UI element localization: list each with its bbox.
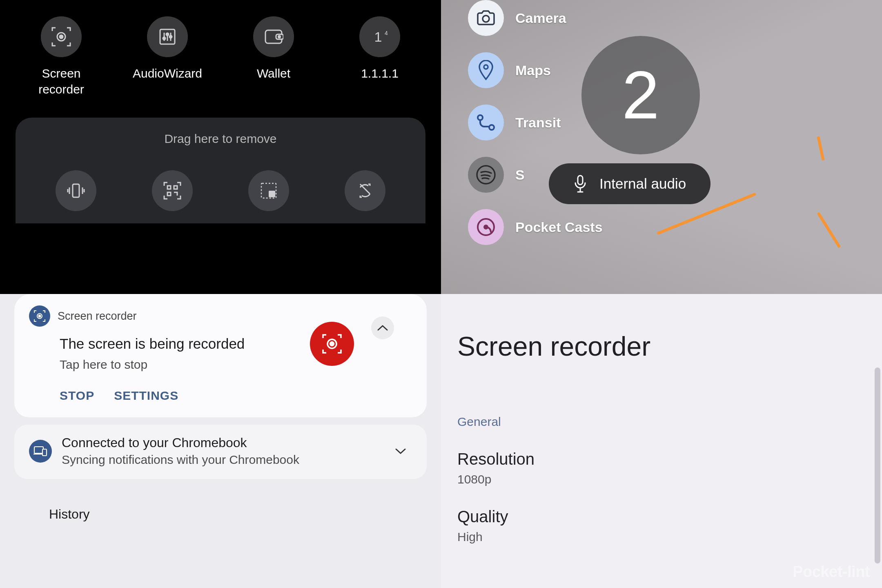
app-label: Pocket Casts: [515, 219, 603, 235]
svg-point-23: [484, 225, 488, 229]
svg-point-20: [489, 125, 494, 130]
notification-subtitle: Tap here to stop: [60, 358, 412, 372]
wallet-icon[interactable]: [253, 16, 294, 57]
svg-point-5: [169, 36, 172, 38]
qs-active-row: Screen recorder AudioWizard Wallet 14 1.…: [8, 16, 433, 97]
svg-point-18: [484, 65, 488, 69]
app-label: Maps: [515, 62, 551, 78]
settings-button[interactable]: SETTINGS: [114, 389, 178, 403]
expand-button[interactable]: [389, 440, 412, 463]
recorder-app-icon: [29, 305, 50, 327]
qs-label: 1.1.1.1: [361, 65, 399, 81]
qs-label: Wallet: [257, 65, 290, 81]
app-label: S: [515, 167, 525, 183]
spotify-icon: [468, 157, 504, 193]
record-frame-icon[interactable]: [41, 16, 82, 57]
countdown-badge: 2: [581, 36, 700, 154]
app-pocket-casts[interactable]: Pocket Casts: [468, 209, 603, 245]
app-drawer-list[interactable]: Camera Maps Transit S Pocket Casts: [468, 0, 603, 245]
app-label: Transit: [515, 115, 561, 131]
audio-source-label: Internal audio: [599, 176, 686, 192]
svg-rect-14: [167, 192, 171, 196]
svg-point-3: [163, 37, 165, 40]
svg-point-17: [483, 16, 489, 22]
notification-title: Connected to your Chromebook: [62, 435, 379, 450]
history-link[interactable]: History: [49, 507, 441, 522]
rotate-icon[interactable]: [345, 170, 385, 211]
pin-icon: [468, 52, 504, 88]
devices-icon: [29, 440, 52, 463]
microphone-icon: [573, 175, 587, 193]
setting-quality[interactable]: Quality High: [457, 508, 853, 544]
collapse-button[interactable]: [371, 316, 394, 339]
svg-point-28: [330, 342, 334, 346]
record-button[interactable]: [310, 322, 354, 366]
qr-icon[interactable]: [152, 170, 193, 211]
app-label: Camera: [515, 10, 566, 26]
svg-point-1: [60, 35, 63, 38]
notification-subtitle: Syncing notifications with your Chromebo…: [62, 453, 379, 467]
setting-label: Quality: [457, 508, 853, 526]
qs-tile-screen-recorder[interactable]: Screen recorder: [27, 16, 96, 97]
podcast-icon: [468, 209, 504, 245]
qs-label: Screen recorder: [27, 65, 96, 97]
svg-rect-24: [578, 176, 583, 185]
recording-notification[interactable]: Screen recorder The screen is being reco…: [14, 294, 427, 417]
qs-label: AudioWizard: [133, 65, 202, 81]
svg-rect-16: [269, 191, 275, 197]
setting-label: Resolution: [457, 450, 853, 468]
notification-app-name: Screen recorder: [58, 310, 137, 323]
setting-value: 1080p: [457, 472, 853, 486]
notification-title: The screen is being recorded: [60, 336, 412, 352]
quick-settings-editor: Screen recorder AudioWizard Wallet 14 1.…: [0, 0, 441, 294]
recorder-countdown-overlay: Camera Maps Transit S Pocket Casts: [441, 0, 882, 294]
qs-drop-zone[interactable]: Drag here to remove: [16, 118, 425, 223]
svg-rect-30: [42, 449, 47, 456]
app-transit[interactable]: Transit: [468, 105, 603, 140]
select-icon[interactable]: [248, 170, 289, 211]
svg-point-4: [166, 33, 169, 36]
recorder-settings-page: Screen recorder General Resolution 1080p…: [441, 294, 882, 588]
route-icon: [468, 105, 504, 140]
svg-rect-13: [174, 186, 177, 189]
audio-source-pill[interactable]: Internal audio: [549, 163, 710, 204]
qs-inactive-row: [28, 170, 413, 211]
app-camera[interactable]: Camera: [468, 0, 603, 36]
svg-point-26: [39, 315, 41, 317]
setting-resolution[interactable]: Resolution 1080p: [457, 450, 853, 486]
equalizer-icon[interactable]: [147, 16, 188, 57]
qs-drop-label: Drag here to remove: [28, 132, 413, 146]
svg-text:4: 4: [385, 30, 388, 36]
vibrate-icon[interactable]: [56, 170, 96, 211]
one-four-icon[interactable]: 14: [359, 16, 400, 57]
qs-tile-wallet[interactable]: Wallet: [239, 16, 308, 81]
setting-value: High: [457, 530, 853, 544]
camera-icon: [468, 0, 504, 36]
svg-rect-12: [167, 186, 171, 189]
watermark: Pocket-lint: [793, 563, 870, 581]
scrollbar[interactable]: [875, 368, 880, 564]
chromebook-notification[interactable]: Connected to your Chromebook Syncing not…: [14, 425, 427, 479]
svg-point-8: [278, 36, 281, 38]
page-title: Screen recorder: [457, 331, 853, 362]
qs-tile-audiowizard[interactable]: AudioWizard: [133, 16, 202, 81]
notification-shade: Screen recorder The screen is being reco…: [0, 294, 441, 588]
svg-rect-11: [73, 184, 79, 197]
qs-tile-1111[interactable]: 14 1.1.1.1: [345, 16, 414, 81]
svg-rect-29: [34, 447, 43, 453]
settings-section-header: General: [457, 415, 853, 429]
stop-button[interactable]: STOP: [60, 389, 94, 403]
svg-text:1: 1: [374, 29, 382, 45]
